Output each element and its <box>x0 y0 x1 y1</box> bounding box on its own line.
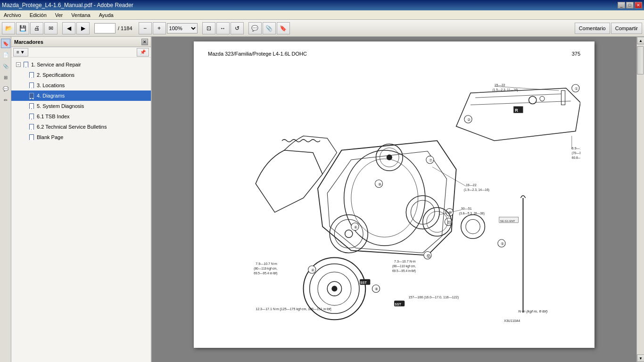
close-button[interactable]: ✕ <box>635 2 642 8</box>
comment-bubble-button[interactable]: 💬 <box>248 22 262 34</box>
menu-archivo[interactable]: Archivo <box>2 11 23 19</box>
pdf-page-number: 375 <box>572 51 580 57</box>
svg-text:30—51: 30—51 <box>461 207 472 211</box>
bookmark-item-service-repair[interactable]: − 1. Service and Repair <box>11 59 151 70</box>
svg-text:N·m (kgf·m, ft·lbf): N·m (kgf·m, ft·lbf) <box>518 309 547 313</box>
bookmarks-header: Marcadores ✕ <box>11 37 151 47</box>
bookmarks-toolbar: ≡ ▼ 📌 <box>11 47 151 58</box>
bookmark-icon <box>23 61 29 68</box>
rotate-button[interactable]: ↺ <box>231 22 244 34</box>
open-button[interactable]: 📂 <box>2 22 15 34</box>
bookmarks-close-button[interactable]: ✕ <box>141 39 148 45</box>
bookmark-label-diagrams: 4. Diagrams <box>37 93 65 99</box>
zoom-select[interactable]: 100% 75% 150% <box>167 23 198 33</box>
bookmark-label-system-diagnosis: 5. System Diagnosis <box>37 103 84 109</box>
main-area: 🔖 📄 📎 ⊞ 💬 ✏ Marcadores ✕ ≡ ▼ 📌 − <box>0 37 644 362</box>
svg-text:⑧: ⑧ <box>375 287 378 291</box>
scroll-up-button[interactable]: ▲ <box>637 37 644 44</box>
svg-text:⑥: ⑥ <box>354 225 357 230</box>
bookmark-icon <box>28 123 35 130</box>
fit-page-button[interactable]: ⊡ <box>202 22 215 34</box>
bookmark-label-locations: 3. Locations <box>37 82 65 88</box>
bookmark-item-specifications[interactable]: 2. Specifications <box>11 70 151 80</box>
bookmarks-title: Marcadores <box>14 39 43 45</box>
bookmark-label-blank-page: Blank Page <box>37 134 63 140</box>
expand-icon[interactable]: − <box>16 62 21 67</box>
email-button[interactable]: ✉ <box>44 22 58 34</box>
pages-icon[interactable]: 📄 <box>1 50 10 59</box>
scroll-thumb[interactable] <box>637 46 644 74</box>
signatures-icon[interactable]: ✏ <box>1 95 10 105</box>
svg-text:SE·G1·ENT: SE·G1·ENT <box>500 220 515 222</box>
fit-width-button[interactable]: ↔ <box>216 22 230 34</box>
bookmark-item-tsb-index[interactable]: 6.1 TSB Index <box>11 111 151 122</box>
svg-text:7.3—10.7 N·m: 7.3—10.7 N·m <box>394 260 416 263</box>
page-input[interactable]: 236 <box>94 23 116 33</box>
bookmarks-menu-button[interactable]: ≡ ▼ <box>13 48 28 57</box>
svg-text:6.9—10.7 N·m: 6.9—10.7 N·m <box>572 147 580 150</box>
bookmark-item-system-diagnosis[interactable]: 5. System Diagnosis <box>11 101 151 111</box>
menu-bar: Archivo Edición Ver Ventana Ayuda <box>0 10 644 20</box>
bookmark-item-diagrams[interactable]: 4. Diagrams <box>11 90 151 101</box>
svg-point-21 <box>387 155 392 160</box>
forward-button[interactable]: ▶ <box>76 22 90 34</box>
svg-text:(80—110 kgf·cm,: (80—110 kgf·cm, <box>392 264 416 268</box>
zoom-out-button[interactable]: − <box>139 22 152 34</box>
svg-text:SST: SST <box>360 281 367 285</box>
bookmark-icon <box>28 82 35 89</box>
back-button[interactable]: ◀ <box>62 22 75 34</box>
menu-ventana[interactable]: Ventana <box>69 11 92 19</box>
pdf-doc-title: Mazda 323/Familia/Protege L4-1.6L DOHC <box>208 51 307 57</box>
svg-text:(80—119 kgf·cm,: (80—119 kgf·cm, <box>254 267 277 271</box>
svg-text:(1.5—2.3, 11—16): (1.5—2.3, 11—16) <box>493 88 518 92</box>
bookmarks-options-button[interactable]: 📌 <box>137 48 149 57</box>
pdf-viewer[interactable]: Mazda 323/Familia/Protege L4-1.6L DOHC 3… <box>152 37 636 362</box>
vertical-scrollbar[interactable]: ▲ ▼ <box>636 37 644 362</box>
svg-text:⑪: ⑪ <box>447 221 451 225</box>
svg-text:②: ② <box>467 118 471 122</box>
comment-button[interactable]: Comentario <box>575 23 610 34</box>
svg-text:60.8—95.4 in·lbf): 60.8—95.4 in·lbf) <box>572 156 580 160</box>
sidebar-icons: 🔖 📄 📎 ⊞ 💬 ✏ <box>0 37 11 362</box>
svg-text:12.3—17.1 N·m [125—175 kgf·cm,: 12.3—17.1 N·m [125—175 kgf·cm, 108—151 i… <box>256 307 331 311</box>
bookmarks-tree: − 1. Service and Repair 2. Specification… <box>11 58 151 362</box>
bookmarks-icon[interactable]: 🔖 <box>1 39 10 48</box>
attachments-icon[interactable]: 📎 <box>1 61 10 71</box>
svg-text:X3U110A4: X3U110A4 <box>504 319 520 323</box>
window-controls: _ □ ✕ <box>618 2 642 8</box>
bookmark-item-blank-page[interactable]: Blank Page <box>11 132 151 142</box>
maximize-button[interactable]: □ <box>626 2 634 8</box>
minimize-button[interactable]: _ <box>618 2 625 8</box>
svg-text:SST: SST <box>395 303 401 306</box>
comments-icon[interactable]: 💬 <box>1 84 10 93</box>
zoom-in-button[interactable]: + <box>153 22 166 34</box>
save-button[interactable]: 💾 <box>16 22 29 34</box>
svg-text:19—22: 19—22 <box>466 183 477 187</box>
toolbar: 📂 💾 🖨 ✉ ◀ ▶ 236 / 1184 − + 100% 75% 150%… <box>0 20 644 37</box>
svg-text:⑤: ⑤ <box>501 242 504 246</box>
engine-diagram: ① ② R 15—22 (1.5—2.3, 11—16) 6.9—10.7 N·… <box>208 61 580 335</box>
svg-text:R: R <box>515 108 518 113</box>
pdf-content: ① ② R 15—22 (1.5—2.3, 11—16) 6.9—10.7 N·… <box>208 61 580 335</box>
print-button[interactable]: 🖨 <box>30 22 43 34</box>
bookmark-item-tsb[interactable]: 6.2 Technical Service Bulletins <box>11 122 151 132</box>
stamp-button[interactable]: 🔖 <box>277 22 290 34</box>
menu-ayuda[interactable]: Ayuda <box>97 11 116 19</box>
svg-text:157—166 (16.0—17.0, 116—122): 157—166 (16.0—17.0, 116—122) <box>408 296 459 299</box>
svg-point-41 <box>331 286 337 291</box>
menu-ver[interactable]: Ver <box>53 11 65 19</box>
attach-button[interactable]: 📎 <box>263 22 276 34</box>
bookmark-item-locations[interactable]: 3. Locations <box>11 80 151 90</box>
layers-icon[interactable]: ⊞ <box>1 73 10 82</box>
svg-text:(1.9—2.3, 14—16): (1.9—2.3, 14—16) <box>464 188 489 192</box>
pdf-page: Mazda 323/Familia/Protege L4-1.6L DOHC 3… <box>194 41 594 348</box>
bookmark-icon <box>28 134 35 140</box>
share-button[interactable]: Compartir <box>611 23 642 34</box>
menu-edicion[interactable]: Edición <box>28 11 49 19</box>
scroll-down-button[interactable]: ▼ <box>637 354 644 362</box>
svg-point-3 <box>529 96 537 104</box>
bookmark-icon <box>28 113 35 120</box>
svg-text:⑨: ⑨ <box>378 182 381 187</box>
svg-text:⑫: ⑫ <box>427 254 430 258</box>
svg-text:7.9—10.7 N·m: 7.9—10.7 N·m <box>256 262 277 266</box>
